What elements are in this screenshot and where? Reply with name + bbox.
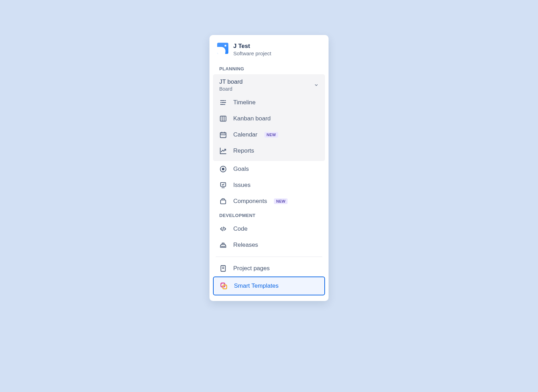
divider: [216, 257, 322, 257]
project-header[interactable]: J Test Software project: [209, 43, 329, 63]
nav-label: Code: [233, 225, 248, 232]
nav-item-releases[interactable]: Releases: [209, 237, 329, 253]
board-name: JT board: [219, 78, 314, 85]
nav-label: Kanban board: [233, 115, 271, 122]
section-label-planning: PLANNING: [209, 63, 329, 74]
code-icon: [219, 225, 227, 233]
nav-item-reports[interactable]: Reports: [213, 143, 325, 159]
svg-point-5: [224, 104, 225, 105]
components-icon: [219, 197, 227, 205]
svg-rect-20: [221, 200, 226, 204]
project-title: J Test: [233, 43, 271, 50]
nav-item-kanban[interactable]: Kanban board: [213, 111, 325, 127]
svg-point-14: [223, 135, 223, 136]
nav-item-project-pages[interactable]: Project pages: [209, 260, 329, 276]
chevron-down-icon: [314, 83, 319, 88]
board-icon: [219, 115, 227, 122]
ship-icon: [219, 241, 227, 249]
target-icon: [219, 165, 227, 173]
nav-item-calendar[interactable]: Calendar NEW: [213, 127, 325, 143]
project-sidebar: J Test Software project PLANNING JT boar…: [209, 35, 329, 301]
nav-item-goals[interactable]: Goals: [209, 161, 329, 177]
nav-label: Project pages: [233, 265, 270, 272]
nav-label: Goals: [233, 166, 249, 173]
svg-point-13: [221, 135, 222, 136]
nav-label: Components: [233, 198, 267, 205]
new-badge: NEW: [264, 132, 278, 138]
smart-templates-icon: [220, 282, 228, 290]
nav-item-timeline[interactable]: Timeline: [213, 94, 325, 111]
board-group: JT board Board Timeline: [213, 74, 325, 161]
page-icon: [219, 265, 227, 272]
nav-label: Releases: [233, 241, 258, 248]
issues-icon: [219, 181, 227, 189]
nav-item-smart-templates[interactable]: Smart Templates: [213, 276, 325, 295]
timeline-icon: [219, 99, 227, 106]
project-avatar-icon: [217, 43, 228, 54]
board-type-label: Board: [219, 86, 314, 92]
svg-point-15: [224, 135, 225, 136]
svg-line-21: [223, 227, 223, 231]
nav-label: Calendar: [233, 131, 257, 138]
section-label-development: DEVELOPMENT: [209, 209, 329, 221]
nav-label: Smart Templates: [234, 282, 278, 289]
nav-label: Issues: [233, 182, 250, 189]
svg-point-3: [220, 102, 221, 103]
nav-item-code[interactable]: Code: [209, 221, 329, 237]
nav-item-components[interactable]: Components NEW: [209, 193, 329, 209]
new-badge: NEW: [274, 198, 288, 204]
nav-label: Reports: [233, 147, 254, 154]
board-selector[interactable]: JT board Board: [213, 74, 325, 94]
nav-item-issues[interactable]: Issues: [209, 177, 329, 193]
project-type: Software project: [233, 50, 271, 56]
svg-point-17: [222, 168, 224, 170]
svg-rect-6: [220, 116, 226, 121]
calendar-icon: [219, 131, 227, 139]
nav-label: Timeline: [233, 99, 256, 106]
reports-icon: [219, 147, 227, 155]
svg-point-1: [225, 100, 226, 102]
